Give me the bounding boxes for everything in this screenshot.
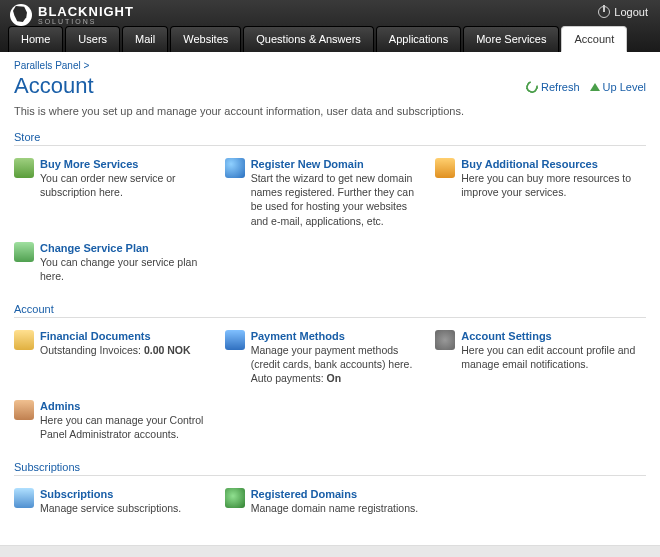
brand-sub: SOLUTIONS	[38, 18, 134, 25]
logout-link[interactable]: Logout	[598, 6, 648, 18]
section-title: Store	[14, 131, 646, 143]
main-nav: HomeUsersMailWebsitesQuestions & Answers…	[8, 26, 627, 52]
logout-label: Logout	[614, 6, 648, 18]
card-subscriptions: SubscriptionsManage service subscription…	[14, 484, 225, 525]
financial-documents-icon	[14, 330, 34, 350]
page-actions: Refresh Up Level	[526, 81, 646, 93]
admins-link[interactable]: Admins	[40, 400, 217, 412]
nav-tab-questions-answers[interactable]: Questions & Answers	[243, 26, 374, 52]
registered-domains-icon	[225, 488, 245, 508]
card-register-new-domain: Register New DomainStart the wizard to g…	[225, 154, 436, 238]
brand-name: BLACKNIGHT	[38, 5, 134, 18]
registered-domains-desc: Manage domain name registrations.	[251, 501, 428, 515]
change-service-plan-desc: You can change your service plan here.	[40, 255, 217, 283]
page-intro: This is where you set up and manage your…	[14, 105, 646, 117]
subscriptions-link[interactable]: Subscriptions	[40, 488, 217, 500]
buy-more-services-desc: You can order new service or subscriptio…	[40, 171, 217, 199]
section-grid: Buy More ServicesYou can order new servi…	[14, 154, 646, 293]
nav-tab-mail[interactable]: Mail	[122, 26, 168, 52]
register-new-domain-link[interactable]: Register New Domain	[251, 158, 428, 170]
financial-documents-link[interactable]: Financial Documents	[40, 330, 217, 342]
admins-desc: Here you can manage your Control Panel A…	[40, 413, 217, 441]
registered-domains-link[interactable]: Registered Domains	[251, 488, 428, 500]
brand-icon	[10, 4, 32, 26]
buy-more-services-icon	[14, 158, 34, 178]
buy-additional-resources-link[interactable]: Buy Additional Resources	[461, 158, 638, 170]
account-settings-desc: Here you can edit account profile and ma…	[461, 343, 638, 371]
card-buy-more-services: Buy More ServicesYou can order new servi…	[14, 154, 225, 238]
up-level-button[interactable]: Up Level	[590, 81, 646, 93]
buy-more-services-link[interactable]: Buy More Services	[40, 158, 217, 170]
nav-tab-more-services[interactable]: More Services	[463, 26, 559, 52]
nav-tab-users[interactable]: Users	[65, 26, 120, 52]
card-registered-domains: Registered DomainsManage domain name reg…	[225, 484, 436, 525]
financial-documents-desc: Outstanding Invoices: 0.00 NOK	[40, 343, 217, 357]
footer: © Copyright 1999-2012, Parallels. All ri…	[0, 545, 660, 557]
change-service-plan-icon	[14, 242, 34, 262]
card-financial-documents: Financial DocumentsOutstanding Invoices:…	[14, 326, 225, 396]
header: BLACKNIGHT SOLUTIONS Logout HomeUsersMai…	[0, 0, 660, 52]
nav-tab-websites[interactable]: Websites	[170, 26, 241, 52]
breadcrumb: Parallels Panel >	[14, 60, 646, 71]
nav-tab-account[interactable]: Account	[561, 26, 627, 52]
payment-methods-desc: Manage your payment methods (credit card…	[251, 343, 428, 386]
section-grid: SubscriptionsManage service subscription…	[14, 484, 646, 525]
card-change-service-plan: Change Service PlanYou can change your s…	[14, 238, 225, 293]
register-new-domain-desc: Start the wizard to get new domain names…	[251, 171, 428, 228]
power-icon	[598, 6, 610, 18]
subscriptions-icon	[14, 488, 34, 508]
change-service-plan-link[interactable]: Change Service Plan	[40, 242, 217, 254]
section-divider	[14, 145, 646, 146]
up-arrow-icon	[590, 83, 600, 91]
section-divider	[14, 317, 646, 318]
admins-icon	[14, 400, 34, 420]
page-title: Account	[14, 73, 94, 99]
refresh-icon	[524, 79, 540, 95]
buy-additional-resources-icon	[435, 158, 455, 178]
section-title: Subscriptions	[14, 461, 646, 473]
account-settings-link[interactable]: Account Settings	[461, 330, 638, 342]
card-admins: AdminsHere you can manage your Control P…	[14, 396, 225, 451]
account-settings-icon	[435, 330, 455, 350]
payment-methods-icon	[225, 330, 245, 350]
buy-additional-resources-desc: Here you can buy more resources to impro…	[461, 171, 638, 199]
nav-tab-home[interactable]: Home	[8, 26, 63, 52]
content: Parallels Panel > Account Refresh Up Lev…	[0, 52, 660, 545]
breadcrumb-sep: >	[84, 60, 90, 71]
section-grid: Financial DocumentsOutstanding Invoices:…	[14, 326, 646, 451]
refresh-button[interactable]: Refresh	[526, 81, 580, 93]
card-payment-methods: Payment MethodsManage your payment metho…	[225, 326, 436, 396]
register-new-domain-icon	[225, 158, 245, 178]
card-account-settings: Account SettingsHere you can edit accoun…	[435, 326, 646, 396]
nav-tab-applications[interactable]: Applications	[376, 26, 461, 52]
section-divider	[14, 475, 646, 476]
payment-methods-link[interactable]: Payment Methods	[251, 330, 428, 342]
subscriptions-desc: Manage service subscriptions.	[40, 501, 217, 515]
breadcrumb-item[interactable]: Parallels Panel	[14, 60, 81, 71]
section-title: Account	[14, 303, 646, 315]
card-buy-additional-resources: Buy Additional ResourcesHere you can buy…	[435, 154, 646, 238]
